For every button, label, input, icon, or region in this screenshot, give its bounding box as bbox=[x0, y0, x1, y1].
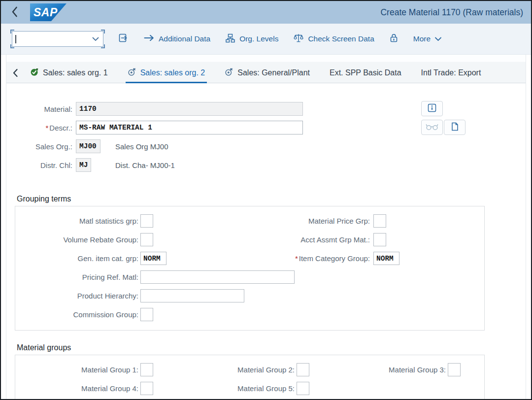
command-input[interactable] bbox=[16, 32, 92, 46]
matl-statistics-grp-label: Matl statistics grp: bbox=[20, 217, 138, 225]
acct-assmt-grp-mat-label: Acct Assmt Grp Mat.: bbox=[252, 235, 370, 244]
sales-org-input[interactable] bbox=[76, 139, 100, 153]
descr-input[interactable] bbox=[76, 121, 303, 134]
arrow-right-icon bbox=[144, 34, 154, 43]
item-category-group-label: *Item Category Group: bbox=[252, 254, 370, 263]
tab-status-icon bbox=[225, 67, 233, 78]
check-screen-data-button[interactable]: Check Screen Data bbox=[293, 31, 375, 47]
product-hierarchy-input[interactable] bbox=[140, 289, 244, 302]
volume-rebate-group-input[interactable] bbox=[140, 233, 153, 246]
transfer-button[interactable] bbox=[117, 31, 130, 47]
required-marker: * bbox=[295, 254, 298, 263]
commission-group-label: Commission Group: bbox=[20, 310, 138, 319]
distr-chl-input[interactable] bbox=[76, 158, 91, 172]
tab-label: Sales: sales org. 1 bbox=[43, 68, 108, 77]
material-group-5-label: Material Group 5: bbox=[176, 384, 295, 393]
distr-chl-row: Distr. Chl: Dist. Cha- MJ00-1 bbox=[8, 158, 526, 172]
sap-logo: SAP bbox=[30, 3, 66, 21]
tab-content: Material: *Descr.: Sales Org.: Sales Org… bbox=[6, 83, 526, 400]
material-group-2-label: Material Group 2: bbox=[176, 366, 295, 374]
matl-statistics-grp-input[interactable] bbox=[140, 214, 153, 228]
sales-org-row: Sales Org.: Sales Org MJ00 bbox=[8, 139, 526, 153]
tab-sales-general-plant[interactable]: Sales: General/Plant bbox=[224, 55, 311, 83]
material-group-5-input[interactable] bbox=[297, 382, 309, 395]
tab-label: Intl Trade: Export bbox=[421, 68, 481, 77]
tab-intl-trade-export[interactable]: Intl Trade: Export bbox=[420, 55, 482, 83]
toolbar: Additional Data Org. Levels Check Screen… bbox=[1, 24, 531, 55]
volume-rebate-group-label: Volume Rebate Group: bbox=[20, 235, 138, 244]
material-group-3-input[interactable] bbox=[448, 363, 461, 376]
material-group-4-label: Material Group 4: bbox=[20, 384, 138, 393]
material-label: Material: bbox=[8, 105, 72, 113]
chevron-down-icon[interactable] bbox=[92, 34, 99, 43]
grouping-terms-heading: Grouping terms bbox=[17, 195, 526, 203]
sap-logo-text: SAP bbox=[33, 6, 58, 19]
tab-ext-spp-basic-data[interactable]: Ext. SPP Basic Data bbox=[329, 55, 402, 83]
work-area: Sales: sales org. 1 Sales: sales org. 2 … bbox=[6, 55, 526, 399]
grouping-terms-box: Matl statistics grp: Material Price Grp:… bbox=[15, 206, 485, 331]
tab-strip: Sales: sales org. 1 Sales: sales org. 2 … bbox=[6, 55, 526, 83]
tab-status-icon bbox=[128, 67, 136, 78]
chevron-down-icon bbox=[435, 34, 441, 43]
material-group-1-input[interactable] bbox=[140, 363, 153, 376]
material-groups-box: Material Group 1: Material Group 2: Mate… bbox=[15, 355, 485, 400]
org-levels-label: Org. Levels bbox=[239, 34, 278, 43]
tab-label: Ext. SPP Basic Data bbox=[330, 68, 401, 77]
material-price-grp-input[interactable] bbox=[373, 214, 386, 228]
document-icon bbox=[451, 122, 459, 133]
gen-item-cat-grp-input[interactable] bbox=[140, 252, 166, 265]
sales-org-description: Sales Org MJ00 bbox=[115, 142, 168, 151]
material-group-1-label: Material Group 1: bbox=[20, 366, 138, 374]
material-row: Material: bbox=[8, 102, 526, 116]
info-button[interactable] bbox=[421, 101, 443, 116]
distr-chl-label: Distr. Chl: bbox=[8, 161, 72, 169]
material-input[interactable] bbox=[76, 102, 303, 116]
material-groups-heading: Material groups bbox=[17, 343, 526, 352]
material-group-2-input[interactable] bbox=[297, 363, 309, 376]
distr-chl-description: Dist. Cha- MJ00-1 bbox=[115, 161, 175, 169]
info-icon bbox=[427, 103, 437, 114]
gen-item-cat-grp-label: Gen. item cat. grp: bbox=[20, 254, 138, 263]
chevron-left-icon bbox=[12, 68, 18, 79]
material-price-grp-label: Material Price Grp: bbox=[252, 217, 370, 225]
tab-label: Sales: General/Plant bbox=[237, 68, 310, 77]
glasses-icon bbox=[426, 123, 438, 132]
page-title: Create Material 1170 (Raw materials) bbox=[380, 7, 523, 18]
copy-button[interactable] bbox=[444, 120, 466, 135]
product-hierarchy-label: Product Hierarchy: bbox=[20, 292, 138, 300]
pricing-ref-matl-label: Pricing Ref. Matl: bbox=[20, 273, 138, 281]
pricing-ref-matl-input[interactable] bbox=[140, 270, 295, 284]
tab-sales-org-1[interactable]: Sales: sales org. 1 bbox=[29, 55, 109, 83]
item-category-group-input[interactable] bbox=[373, 252, 399, 265]
sales-org-label: Sales Org.: bbox=[8, 142, 72, 151]
material-group-4-input[interactable] bbox=[140, 382, 153, 395]
header-bar: SAP Create Material 1170 (Raw materials) bbox=[1, 1, 531, 24]
descr-label: *Descr.: bbox=[8, 124, 72, 132]
acct-assmt-grp-mat-input[interactable] bbox=[373, 233, 386, 246]
additional-data-button[interactable]: Additional Data bbox=[143, 33, 211, 45]
more-button[interactable]: More bbox=[412, 33, 442, 45]
org-levels-button[interactable]: Org. Levels bbox=[225, 32, 279, 47]
back-button[interactable] bbox=[8, 4, 21, 21]
lock-icon bbox=[390, 33, 398, 45]
chevron-left-icon bbox=[11, 6, 18, 19]
org-chart-icon bbox=[226, 33, 235, 45]
additional-data-label: Additional Data bbox=[159, 34, 210, 43]
required-marker: * bbox=[45, 124, 48, 132]
commission-group-input[interactable] bbox=[140, 308, 153, 321]
box-arrow-icon bbox=[118, 33, 129, 45]
material-group-3-label: Material Group 3: bbox=[328, 366, 446, 374]
lock-button[interactable] bbox=[389, 31, 399, 47]
tab-label: Sales: sales org. 2 bbox=[140, 68, 205, 77]
tab-sales-org-2[interactable]: Sales: sales org. 2 bbox=[127, 55, 206, 83]
display-button[interactable] bbox=[421, 120, 443, 135]
command-field[interactable] bbox=[12, 31, 103, 47]
tab-scroll-left[interactable] bbox=[7, 55, 20, 83]
scale-icon bbox=[294, 33, 303, 45]
more-label: More bbox=[413, 34, 431, 43]
tab-complete-icon bbox=[30, 67, 39, 78]
check-screen-data-label: Check Screen Data bbox=[308, 34, 374, 43]
sap-window: SAP Create Material 1170 (Raw materials)… bbox=[0, 0, 532, 400]
